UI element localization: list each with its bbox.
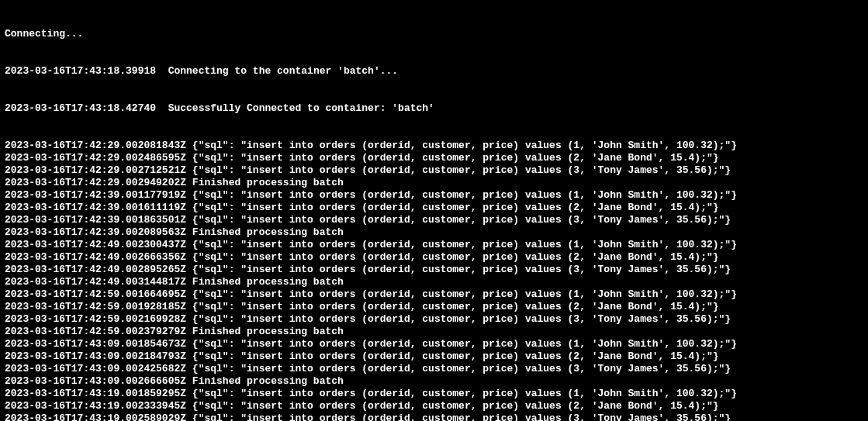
log-line: 2023-03-16T17:43:19.002333945Z {"sql": "… xyxy=(5,400,863,412)
log-line: 2023-03-16T17:42:39.001177919Z {"sql": "… xyxy=(5,189,863,202)
timestamp: 2023-03-16T17:42:29.002081843Z xyxy=(5,140,186,151)
timestamp: 2023-03-16T17:43:18.39918 xyxy=(5,65,156,77)
log-body: 2023-03-16T17:42:29.002081843Z {"sql": "… xyxy=(5,140,863,421)
log-message: {"sql": "insert into orders (orderid, cu… xyxy=(186,301,719,312)
log-message: {"sql": "insert into orders (orderid, cu… xyxy=(186,350,719,362)
timestamp: 2023-03-16T17:43:19.001859295Z xyxy=(5,388,186,399)
header-line-2: 2023-03-16T17:43:18.42740 Successfully C… xyxy=(5,102,863,115)
timestamp: 2023-03-16T17:43:09.002666605Z xyxy=(5,375,186,387)
timestamp: 2023-03-16T17:43:09.002425682Z xyxy=(5,363,186,374)
timestamp: 2023-03-16T17:42:59.001928185Z xyxy=(5,301,186,312)
log-line: 2023-03-16T17:43:19.002589029Z {"sql": "… xyxy=(5,412,863,421)
timestamp: 2023-03-16T17:42:39.001611119Z xyxy=(5,202,186,213)
timestamp: 2023-03-16T17:42:59.002379279Z xyxy=(5,326,186,337)
timestamp: 2023-03-16T17:43:09.002184793Z xyxy=(5,350,186,362)
log-message: Finished processing batch xyxy=(186,226,344,238)
log-message: {"sql": "insert into orders (orderid, cu… xyxy=(186,388,737,399)
log-line: 2023-03-16T17:42:29.002081843Z {"sql": "… xyxy=(5,140,863,152)
log-message: {"sql": "insert into orders (orderid, cu… xyxy=(186,202,719,213)
timestamp: 2023-03-16T17:43:19.002333945Z xyxy=(5,400,186,412)
log-line: 2023-03-16T17:42:59.002169928Z {"sql": "… xyxy=(5,313,863,326)
log-message: Finished processing batch xyxy=(186,276,344,288)
log-message: {"sql": "insert into orders (orderid, cu… xyxy=(186,251,719,263)
log-message: Finished processing batch xyxy=(186,326,344,337)
log-message: {"sql": "insert into orders (orderid, cu… xyxy=(186,214,731,226)
timestamp: 2023-03-16T17:42:39.002089563Z xyxy=(5,226,186,238)
timestamp: 2023-03-16T17:43:19.002589029Z xyxy=(5,412,186,421)
log-message: Finished processing batch xyxy=(186,177,344,188)
log-message: {"sql": "insert into orders (orderid, cu… xyxy=(186,363,731,374)
log-message: {"sql": "insert into orders (orderid, cu… xyxy=(186,288,737,300)
log-line: 2023-03-16T17:42:29.002712521Z {"sql": "… xyxy=(5,164,863,177)
timestamp: 2023-03-16T17:43:18.42740 xyxy=(5,102,156,114)
log-line: 2023-03-16T17:42:39.001611119Z {"sql": "… xyxy=(5,202,863,214)
log-line: 2023-03-16T17:42:59.002379279Z Finished … xyxy=(5,326,863,338)
timestamp: 2023-03-16T17:42:49.002300437Z xyxy=(5,239,186,250)
log-message: {"sql": "insert into orders (orderid, cu… xyxy=(186,140,737,151)
timestamp: 2023-03-16T17:42:29.002949202Z xyxy=(5,177,186,188)
header-line-1: 2023-03-16T17:43:18.39918 Connecting to … xyxy=(5,65,863,78)
log-message: {"sql": "insert into orders (orderid, cu… xyxy=(186,239,737,250)
timestamp: 2023-03-16T17:42:49.002895265Z xyxy=(5,264,186,275)
log-message: Connecting to the container 'batch'... xyxy=(156,65,398,77)
log-line: 2023-03-16T17:42:39.002089563Z Finished … xyxy=(5,226,863,239)
timestamp: 2023-03-16T17:42:49.002666356Z xyxy=(5,251,186,263)
log-line: 2023-03-16T17:42:59.001928185Z {"sql": "… xyxy=(5,301,863,313)
log-line: 2023-03-16T17:43:09.001854673Z {"sql": "… xyxy=(5,338,863,350)
log-line: 2023-03-16T17:42:29.002486595Z {"sql": "… xyxy=(5,152,863,164)
timestamp: 2023-03-16T17:42:29.002712521Z xyxy=(5,164,186,176)
log-message: Finished processing batch xyxy=(186,375,344,387)
log-line: 2023-03-16T17:42:59.001664695Z {"sql": "… xyxy=(5,288,863,301)
log-message: {"sql": "insert into orders (orderid, cu… xyxy=(186,152,719,164)
log-message: {"sql": "insert into orders (orderid, cu… xyxy=(186,400,719,412)
log-message: {"sql": "insert into orders (orderid, cu… xyxy=(186,189,737,201)
timestamp: 2023-03-16T17:42:39.001863501Z xyxy=(5,214,186,226)
timestamp: 2023-03-16T17:42:49.003144817Z xyxy=(5,276,186,288)
log-line: 2023-03-16T17:42:49.002300437Z {"sql": "… xyxy=(5,239,863,251)
log-line: 2023-03-16T17:43:09.002666605Z Finished … xyxy=(5,375,863,388)
log-message: Successfully Connected to container: 'ba… xyxy=(156,102,434,114)
log-message: {"sql": "insert into orders (orderid, cu… xyxy=(186,164,731,176)
log-message: {"sql": "insert into orders (orderid, cu… xyxy=(186,338,737,350)
log-message: {"sql": "insert into orders (orderid, cu… xyxy=(186,313,731,325)
log-line: 2023-03-16T17:43:09.002425682Z {"sql": "… xyxy=(5,363,863,375)
timestamp: 2023-03-16T17:43:09.001854673Z xyxy=(5,338,186,350)
terminal-output[interactable]: Connecting... 2023-03-16T17:43:18.39918 … xyxy=(0,0,868,421)
timestamp: 2023-03-16T17:42:59.002169928Z xyxy=(5,313,186,325)
log-message: {"sql": "insert into orders (orderid, cu… xyxy=(186,412,731,421)
timestamp: 2023-03-16T17:42:29.002486595Z xyxy=(5,152,186,164)
log-line: 2023-03-16T17:42:39.001863501Z {"sql": "… xyxy=(5,214,863,226)
log-line: 2023-03-16T17:42:49.003144817Z Finished … xyxy=(5,276,863,288)
timestamp: 2023-03-16T17:42:39.001177919Z xyxy=(5,189,186,201)
log-line: 2023-03-16T17:43:19.001859295Z {"sql": "… xyxy=(5,388,863,400)
log-message: {"sql": "insert into orders (orderid, cu… xyxy=(186,264,731,275)
timestamp: 2023-03-16T17:42:59.001664695Z xyxy=(5,288,186,300)
log-line: 2023-03-16T17:42:49.002666356Z {"sql": "… xyxy=(5,251,863,264)
log-line: 2023-03-16T17:42:29.002949202Z Finished … xyxy=(5,177,863,189)
connecting-line: Connecting... xyxy=(5,28,863,40)
log-line: 2023-03-16T17:43:09.002184793Z {"sql": "… xyxy=(5,350,863,363)
log-line: 2023-03-16T17:42:49.002895265Z {"sql": "… xyxy=(5,264,863,276)
